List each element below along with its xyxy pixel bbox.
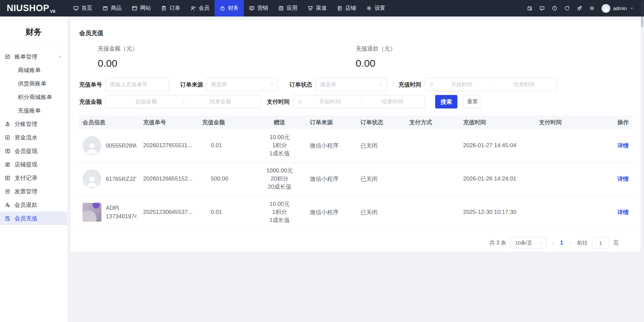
order-source-select[interactable]: 请选择 — [206, 78, 278, 91]
col-actions: 操作 — [598, 116, 632, 129]
filter-amount-range: 充值金额 起始金额 - 结束金额 — [79, 95, 261, 108]
storefront-icon[interactable] — [527, 5, 533, 11]
filter-label: 充值时间 — [398, 81, 421, 89]
app-logo[interactable]: NIUSHOP V6 — [0, 0, 68, 17]
nav-item-settings[interactable]: 设置 — [361, 0, 390, 17]
page-size-select[interactable]: 10条/页 — [511, 237, 546, 249]
filter-recharge-time: 充值时间 开始时间 - 结束时间 — [398, 78, 557, 91]
pay-time-range-picker[interactable]: 开始时间 - 结束时间 — [293, 95, 425, 108]
gift-cell: 10.00元 1积分 1成长值 — [256, 200, 303, 224]
nav-item-shop[interactable]: 店铺 — [332, 0, 361, 17]
gift-growth: 1成长值 — [256, 150, 303, 158]
recharge-table: 会员信息 充值单号 充值金额 赠送 订单来源 订单状态 支付方式 充值时间 支付… — [79, 116, 632, 229]
select-placeholder: 请选择 — [320, 81, 379, 88]
detail-link[interactable]: 详情 — [617, 142, 629, 149]
detail-link[interactable]: 详情 — [617, 176, 629, 182]
monitor-icon — [73, 5, 79, 11]
chevron-right-icon — [568, 241, 573, 245]
person-icon — [85, 140, 99, 155]
nav-label: 渠道 — [316, 5, 327, 12]
sidebar-item-mall-bills[interactable]: 商城账单 — [0, 63, 67, 77]
gift-growth: 1成长值 — [256, 216, 303, 224]
nav-item-orders[interactable]: 订单 — [156, 0, 185, 17]
filter-label: 充值单号 — [79, 81, 102, 89]
member-avatar-placeholder — [83, 169, 101, 188]
user-name: admin — [613, 5, 627, 11]
sidebar-item-member-withdraw[interactable]: 会员提现 — [0, 144, 67, 158]
page-unit: 页 — [613, 239, 619, 247]
order-no: 20260127655511... — [140, 129, 199, 162]
nav-label: 订单 — [169, 5, 180, 12]
finance-icon — [220, 5, 225, 11]
member-name: AD钙 — [106, 204, 136, 212]
sidebar-item-pay-records[interactable]: 支付记录 — [0, 171, 67, 185]
message-icon[interactable] — [539, 5, 545, 11]
refresh-icon[interactable] — [564, 5, 570, 11]
sidebar-item-recharge-bills[interactable]: 充值账单 — [0, 104, 67, 117]
page-number-current[interactable]: 1 — [559, 240, 564, 246]
nav-label: 营销 — [257, 5, 268, 12]
main-nav: 首页 商品 网站 订单 会员 财务 营销 应用 渠道 店铺 设置 — [68, 0, 390, 17]
sidebar-item-member-recharge[interactable]: 会员充值 — [0, 212, 67, 225]
order-source: 微信小程序 — [307, 196, 357, 229]
reset-button[interactable]: 重置 — [463, 95, 482, 108]
amount-range-input[interactable]: 起始金额 - 结束金额 — [105, 95, 261, 108]
order-source: 微信小程序 — [307, 162, 357, 196]
page-scrollbar[interactable] — [641, 1, 643, 27]
nav-label: 财务 — [228, 5, 239, 12]
chevron-left-icon — [551, 241, 555, 245]
nav-label: 设置 — [375, 5, 385, 12]
nav-item-channels[interactable]: 渠道 — [302, 0, 332, 17]
gift-points: 1积分 — [256, 208, 303, 216]
table-row: 61765RZJ2TC 20260126655152... 500.00 100… — [79, 162, 632, 196]
nav-item-website[interactable]: 网站 — [127, 0, 156, 17]
prev-page-button[interactable] — [551, 241, 555, 245]
sidebar-item-fund-flow[interactable]: 资金流水 — [0, 131, 67, 144]
detail-link[interactable]: 详情 — [617, 209, 629, 216]
filter-pay-time: 支付时间 开始时间 - 结束时间 — [267, 95, 425, 108]
chevron-down-icon — [270, 83, 274, 87]
bill-chart-icon — [5, 54, 10, 60]
chevron-down-icon — [539, 241, 543, 245]
stat-value: 0.00 — [98, 58, 356, 69]
nav-item-home[interactable]: 首页 — [68, 0, 97, 17]
col-order-no: 充值单号 — [140, 116, 199, 129]
gear-icon[interactable] — [589, 5, 595, 11]
nav-label: 应用 — [287, 5, 297, 12]
col-pay-time: 支付时间 — [536, 116, 598, 129]
search-button[interactable]: 搜索 — [435, 95, 457, 108]
nav-item-apps[interactable]: 应用 — [273, 0, 302, 17]
sidebar-menu: 账单管理 商城账单 供货商账单 积分商城账单 充值账单 分账管理 资金流水 会员… — [0, 45, 67, 225]
info-circle-icon[interactable] — [552, 5, 557, 11]
start-time-placeholder: 开始时间 — [433, 81, 490, 88]
sidebar-item-label: 积分商城账单 — [18, 93, 52, 101]
recharge-no-input[interactable] — [105, 78, 169, 91]
sidebar-item-invoice-management[interactable]: 发票管理 — [0, 185, 67, 198]
sidebar-item-bill-management[interactable]: 账单管理 — [0, 50, 67, 63]
invoice-icon — [5, 189, 10, 194]
nav-item-finance[interactable]: 财务 — [215, 0, 244, 17]
end-time-placeholder: 结束时间 — [364, 98, 421, 105]
order-status-select[interactable]: 请选择 — [316, 78, 387, 91]
gift-points: 20积分 — [256, 175, 303, 183]
user-menu[interactable]: admin — [602, 4, 634, 13]
sidebar-item-split-account[interactable]: 分账管理 — [0, 117, 67, 131]
nav-label: 商品 — [111, 5, 122, 12]
next-page-button[interactable] — [568, 241, 573, 245]
nav-item-goods[interactable]: 商品 — [97, 0, 127, 17]
page-title: 会员充值 — [79, 29, 632, 37]
nav-item-members[interactable]: 会员 — [185, 0, 215, 17]
goto-page-input[interactable] — [592, 237, 609, 249]
nav-item-marketing[interactable]: 营销 — [244, 0, 273, 17]
order-status: 已关闭 — [357, 162, 406, 196]
website-icon — [132, 5, 137, 11]
recharge-time-range-picker[interactable]: 开始时间 - 结束时间 — [425, 78, 557, 91]
recharge-amount: 0.01 — [199, 196, 253, 229]
sidebar-item-supplier-bills[interactable]: 供货商账单 — [0, 77, 67, 90]
sidebar-item-member-refund[interactable]: 会员退款 — [0, 198, 67, 212]
sidebar-item-shop-withdraw[interactable]: 店铺提现 — [0, 158, 67, 171]
pay-type — [406, 196, 460, 229]
sidebar-item-points-mall-bills[interactable]: 积分商城账单 — [0, 90, 67, 104]
rocket-icon[interactable] — [577, 5, 582, 11]
pay-time — [536, 196, 598, 229]
